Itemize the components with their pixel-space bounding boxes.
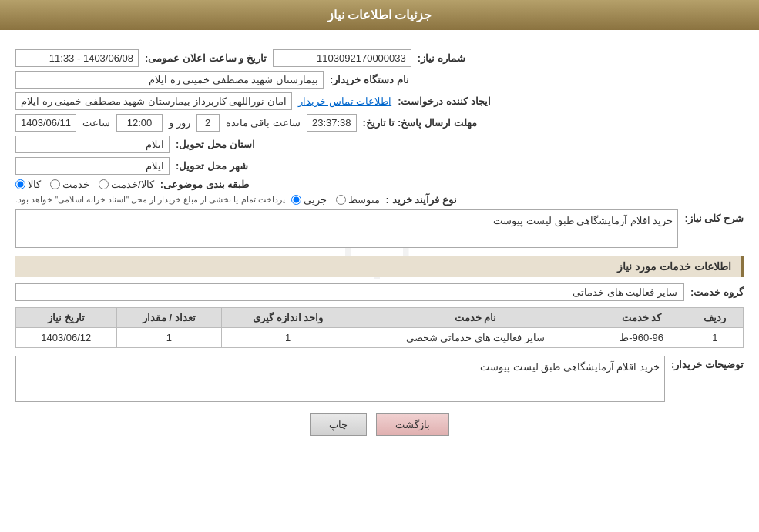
buyer-notes-value: خرید اقلام آزمایشگاهی طبق لیست پیوست xyxy=(15,356,665,402)
response-days-label: روز و xyxy=(169,117,190,129)
response-remaining-label: ساعت باقی مانده xyxy=(226,117,301,129)
response-days: 2 xyxy=(196,114,220,132)
cell-quantity: 1 xyxy=(116,328,222,348)
col-row: ردیف xyxy=(687,308,743,328)
province-delivery-label: استان محل تحویل: xyxy=(176,139,255,150)
process-partial-option: جزیی xyxy=(291,194,327,206)
classification-goods-radio[interactable] xyxy=(15,179,25,189)
col-name: نام خدمت xyxy=(354,308,596,328)
response-remaining: 23:37:38 xyxy=(307,114,357,132)
classification-group: کالا/خدمت خدمت کالا xyxy=(15,179,154,190)
announce-date-label: تاریخ و ساعت اعلان عمومی: xyxy=(145,52,267,64)
classification-goods-option: کالا xyxy=(15,179,41,190)
need-description-label: شرح کلی نیاز: xyxy=(684,209,744,224)
contact-link[interactable]: اطلاعات تماس خریدار xyxy=(298,95,391,107)
services-table: ردیف کد خدمت نام خدمت واحد اندازه گیری ت… xyxy=(15,307,744,348)
table-header-row: ردیف کد خدمت نام خدمت واحد اندازه گیری ت… xyxy=(16,308,744,328)
process-note: پرداخت تمام یا بخشی از مبلغ خریدار از مح… xyxy=(15,195,285,205)
col-code: کد خدمت xyxy=(596,308,687,328)
process-group: متوسط جزیی xyxy=(291,194,380,206)
service-group-value: سایر فعالیت های خدماتی xyxy=(15,283,684,301)
need-number-value: 1103092170000033 xyxy=(273,49,411,67)
service-group-label: گروه خدمت: xyxy=(690,286,744,298)
process-label: نوع فرآیند خرید : xyxy=(386,194,457,206)
buyer-notes-label: توضیحات خریدار: xyxy=(671,356,744,370)
classification-service-radio[interactable] xyxy=(50,179,60,189)
cell-date: 1403/06/12 xyxy=(16,328,117,348)
classification-goods-service-option: کالا/خدمت xyxy=(99,179,154,190)
cell-row: 1 xyxy=(687,328,743,348)
process-partial-radio[interactable] xyxy=(291,195,301,205)
creator-value: امان نوراللهی کاربرداز بیمارستان شهید مص… xyxy=(15,92,292,110)
response-time: 12:00 xyxy=(116,114,163,132)
province-delivery-value: ایلام xyxy=(15,136,170,153)
response-date: 1403/06/11 xyxy=(15,114,76,132)
services-section-header: اطلاعات خدمات مورد نیاز xyxy=(15,256,744,277)
classification-goods-service-label: کالا/خدمت xyxy=(111,179,154,190)
cell-code: 960-96-ط xyxy=(596,328,687,348)
print-button[interactable]: چاپ xyxy=(310,413,367,436)
need-number-label: شماره نیاز: xyxy=(418,52,465,64)
col-unit: واحد اندازه گیری xyxy=(222,308,354,328)
response-deadline-label: مهلت ارسال پاسخ: تا تاریخ: xyxy=(363,117,477,129)
buyer-org-value: بیمارستان شهید مصطفی خمینی ره ایلام xyxy=(15,71,324,89)
button-bar: بازگشت چاپ xyxy=(15,413,744,451)
announce-date-value: 1403/06/08 - 11:33 xyxy=(15,49,139,67)
city-delivery-label: شهر محل تحویل: xyxy=(176,160,248,172)
need-description-value: خرید اقلام آزمایشگاهی طبق لیست پیوست xyxy=(15,209,678,248)
city-delivery-value: ایلام xyxy=(15,157,170,175)
cell-unit: 1 xyxy=(222,328,354,348)
table-row: 1 960-96-ط سایر فعالیت های خدماتی شخصی 1… xyxy=(16,328,744,348)
process-medium-label: متوسط xyxy=(348,194,380,206)
col-quantity: تعداد / مقدار xyxy=(116,308,222,328)
process-medium-radio[interactable] xyxy=(336,195,346,205)
page-title: جزئیات اطلاعات نیاز xyxy=(327,8,432,22)
cell-name: سایر فعالیت های خدماتی شخصی xyxy=(354,328,596,348)
classification-goods-service-radio[interactable] xyxy=(99,179,109,189)
classification-service-label: خدمت xyxy=(62,179,89,190)
buyer-org-label: نام دستگاه خریدار: xyxy=(330,74,409,85)
classification-goods-label: کالا xyxy=(28,179,41,190)
col-date: تاریخ نیاز xyxy=(16,308,117,328)
back-button[interactable]: بازگشت xyxy=(376,413,449,436)
process-partial-label: جزیی xyxy=(304,194,327,206)
process-medium-option: متوسط xyxy=(336,194,380,206)
response-time-label: ساعت xyxy=(82,117,110,129)
classification-service-option: خدمت xyxy=(50,179,89,190)
classification-label: طبقه بندی موضوعی: xyxy=(160,179,250,190)
creator-label: ایجاد کننده درخواست: xyxy=(398,95,491,107)
page-header: جزئیات اطلاعات نیاز xyxy=(0,0,759,30)
